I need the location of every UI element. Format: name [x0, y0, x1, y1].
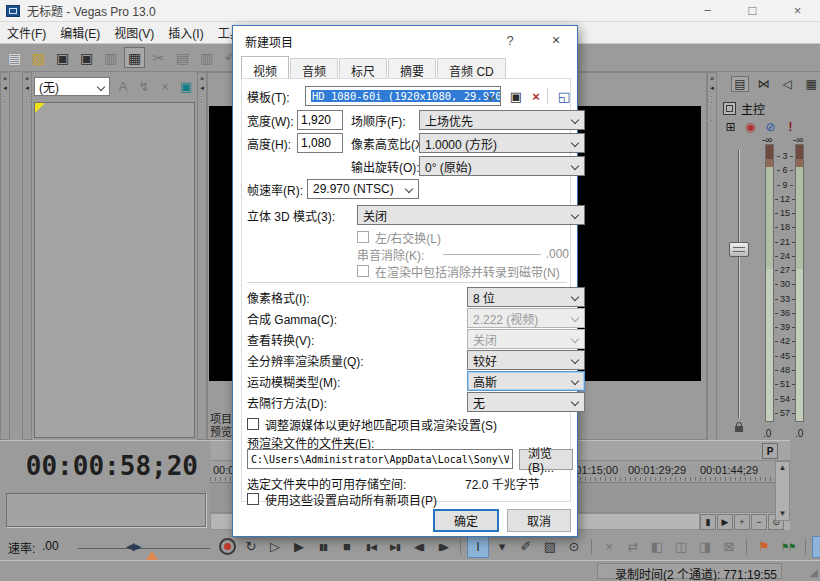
- deinterlace-combo[interactable]: 无: [467, 392, 585, 412]
- scroll-right-button[interactable]: ▶: [717, 514, 733, 530]
- dock-grip[interactable]: [25, 95, 29, 125]
- shuttle-track[interactable]: [78, 548, 210, 549]
- master-fx-icon[interactable]: ⊞: [723, 120, 738, 134]
- go-to-start-button[interactable]: ▮◀: [360, 536, 382, 558]
- external-monitor-icon[interactable]: ▣: [177, 77, 195, 95]
- zoom-in-time-button[interactable]: +: [734, 514, 750, 530]
- template-combo[interactable]: HD 1080-60i (1920x1080, 29.970 fps): [305, 86, 501, 106]
- track-height-button[interactable]: ▮: [700, 514, 716, 530]
- menu-item[interactable]: 编辑(E): [53, 22, 107, 43]
- delete-icon[interactable]: ×: [598, 536, 620, 558]
- new-project-icon[interactable]: ▤: [4, 47, 25, 68]
- play-button[interactable]: ▶: [288, 536, 310, 558]
- render-as-icon[interactable]: ▥: [100, 47, 121, 68]
- dock-close-icon[interactable]: ×: [200, 74, 205, 83]
- solo-icon[interactable]: !: [783, 120, 798, 134]
- trim-both-icon[interactable]: ◫: [670, 536, 692, 558]
- master-bus-icon[interactable]: [723, 102, 736, 115]
- remove-filter-icon[interactable]: ×: [156, 77, 174, 95]
- gamma-combo[interactable]: 2.222 (视频): [467, 308, 585, 328]
- dock-grip[interactable]: [710, 95, 714, 125]
- close-button[interactable]: ×: [775, 0, 820, 21]
- vertical-scrollbar[interactable]: ▲ ▼: [775, 461, 790, 521]
- render-quality-combo[interactable]: 较好: [467, 350, 585, 370]
- envelope-tool-button[interactable]: ✐: [515, 536, 537, 558]
- prerender-path-input[interactable]: [247, 449, 513, 469]
- zoom-out-time-button[interactable]: −: [751, 514, 767, 530]
- field-order-combo[interactable]: 上场优先: [419, 110, 585, 130]
- insert-region-button[interactable]: ⚑⚑: [777, 536, 799, 558]
- previous-frame-button[interactable]: ◀▮: [408, 536, 430, 558]
- insert-bus-icon[interactable]: ▤: [731, 76, 749, 92]
- dialog-help-button[interactable]: ?: [495, 26, 525, 54]
- menu-item[interactable]: 文件(F): [0, 22, 53, 43]
- dock-grip[interactable]: [200, 95, 204, 125]
- project-properties-icon[interactable]: ▦: [124, 47, 145, 68]
- dock-strip-2[interactable]: × ◂: [22, 72, 32, 440]
- tool-sep-3[interactable]: [746, 539, 747, 555]
- scroll-down-icon[interactable]: ▼: [779, 508, 787, 520]
- dock-close-icon[interactable]: ×: [710, 74, 715, 83]
- mixer-properties-icon[interactable]: ▦: [802, 76, 820, 92]
- dock-close-icon[interactable]: ×: [3, 74, 8, 83]
- dock-grip[interactable]: [3, 95, 7, 125]
- resize-grip[interactable]: ◢: [810, 566, 818, 579]
- dock-collapse-icon[interactable]: ◂: [200, 83, 204, 92]
- lock-fader-icon[interactable]: [735, 426, 743, 432]
- save-as-icon[interactable]: ▣: [76, 47, 97, 68]
- play-from-start-button[interactable]: ▷: [264, 536, 286, 558]
- ok-button[interactable]: 确定: [433, 509, 499, 532]
- downmix-output-icon[interactable]: ◁: [779, 76, 797, 92]
- master-fader-handle[interactable]: [729, 242, 749, 257]
- trim-right-icon[interactable]: ◨: [694, 536, 716, 558]
- scroll-up-icon[interactable]: ▲: [779, 462, 787, 474]
- pixel-aspect-combo[interactable]: 1.0000 (方形): [419, 133, 585, 153]
- trim-left-icon[interactable]: ◧: [646, 536, 668, 558]
- script-icon[interactable]: A: [114, 77, 132, 95]
- selection-tool-button[interactable]: ▧: [539, 536, 561, 558]
- match-media-checkbox[interactable]: [247, 418, 259, 430]
- start-all-checkbox[interactable]: [247, 493, 259, 505]
- stop-button[interactable]: ■: [336, 536, 358, 558]
- crosstalk-slider[interactable]: [443, 254, 541, 255]
- motion-blur-combo[interactable]: 高斯: [467, 371, 585, 391]
- dock-collapse-icon[interactable]: ◂: [710, 83, 714, 92]
- lock-event-icon[interactable]: ⊠: [718, 536, 740, 558]
- shuffle-events-icon[interactable]: ⇄: [622, 536, 644, 558]
- cancel-button[interactable]: 取消: [507, 509, 571, 532]
- apply-filter-icon[interactable]: ↯: [135, 77, 153, 95]
- paste-icon[interactable]: ▥: [196, 47, 217, 68]
- include-render-checkbox[interactable]: [357, 265, 369, 277]
- save-project-icon[interactable]: ▣: [52, 47, 73, 68]
- stereo3d-combo[interactable]: 关闭: [357, 205, 585, 225]
- pixel-format-combo[interactable]: 8 位: [467, 287, 585, 307]
- snap-button[interactable]: ∪: [812, 536, 820, 558]
- browse-button[interactable]: 浏览(B)...: [519, 449, 573, 470]
- go-to-end-button[interactable]: ▶▮: [384, 536, 406, 558]
- dock-strip-1[interactable]: × ◂: [0, 72, 10, 440]
- shuttle-marker[interactable]: [146, 551, 158, 560]
- framerate-combo[interactable]: 29.970 (NTSC): [307, 179, 419, 199]
- zoom-tool-button[interactable]: ⊙: [563, 536, 585, 558]
- menu-item[interactable]: 视图(V): [107, 22, 161, 43]
- cut-icon[interactable]: ✂: [148, 47, 169, 68]
- copy-icon[interactable]: ▤: [172, 47, 193, 68]
- tool-sep-2[interactable]: [591, 539, 592, 555]
- shuttle-handle[interactable]: ◂◆▸: [126, 540, 140, 553]
- width-input[interactable]: [297, 110, 343, 130]
- mute-icon[interactable]: ⊘: [763, 120, 778, 134]
- next-frame-button[interactable]: ▮▶: [432, 536, 454, 558]
- swap-lr-checkbox[interactable]: [357, 231, 369, 243]
- menu-item[interactable]: 插入(I): [161, 22, 210, 43]
- open-project-icon[interactable]: ▨: [28, 47, 49, 68]
- dock-collapse-icon[interactable]: ◂: [3, 83, 7, 92]
- dock-strip-preview[interactable]: × ◂: [197, 72, 207, 440]
- edit-tool-button[interactable]: I: [467, 536, 489, 558]
- minimize-button[interactable]: −: [685, 0, 730, 21]
- loop-playback-button[interactable]: ↻: [240, 536, 262, 558]
- tool-sep-4[interactable]: [805, 539, 806, 555]
- fit-meters-icon[interactable]: ⋈: [755, 76, 773, 92]
- rotation-combo[interactable]: 0° (原始): [419, 156, 585, 176]
- dock-collapse-icon[interactable]: ◂: [25, 83, 29, 92]
- match-media-settings-icon[interactable]: ◱: [555, 87, 573, 105]
